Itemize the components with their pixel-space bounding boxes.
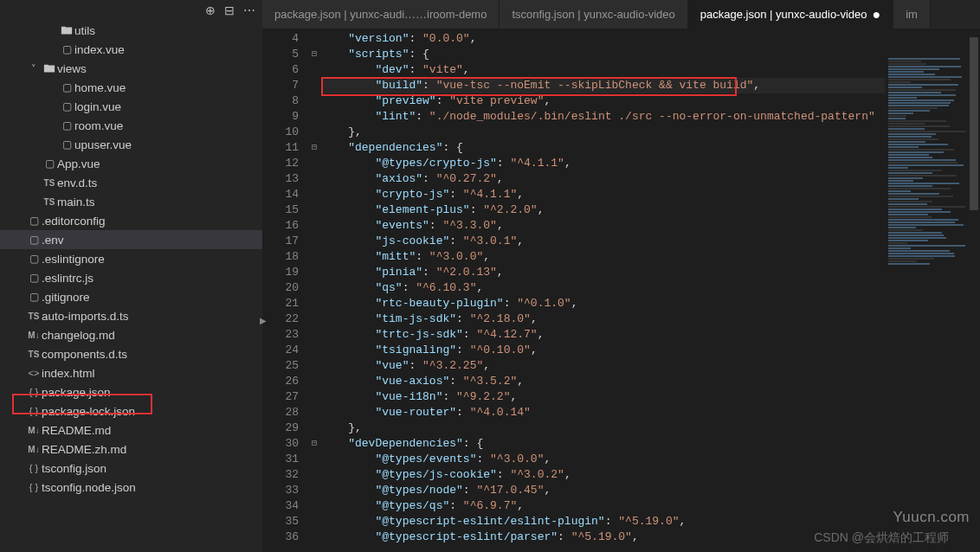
code-line-30[interactable]: "devDependencies": { — [321, 436, 980, 452]
tab-0[interactable]: package.json | yunxc-audi……iroom-demo — [262, 0, 500, 29]
minimap[interactable] — [885, 57, 980, 552]
fold-toggle[interactable] — [307, 358, 321, 374]
code-line-5[interactable]: "scripts": { — [321, 47, 980, 62]
code-line-21[interactable]: "rtc-beauty-plugin": "^0.1.0", — [321, 296, 980, 311]
code-line-31[interactable]: "@types/events": "^3.0.0", — [321, 452, 980, 467]
code-line-29[interactable]: }, — [321, 420, 980, 436]
code-line-19[interactable]: "pinia": "^2.0.13", — [321, 265, 980, 280]
code-editor[interactable]: 4567891011121314151617181920212223242526… — [262, 29, 980, 552]
fold-toggle[interactable] — [307, 420, 321, 436]
tree-item--env[interactable]: ▢.env — [0, 230, 262, 249]
file-explorer[interactable]: ⊕ ⊟ ⋯ utils▢index.vue˅views▢home.vue▢log… — [0, 0, 262, 552]
fold-toggle[interactable] — [307, 483, 321, 498]
tree-item--eslintrc-js[interactable]: ▢.eslintrc.js — [0, 268, 262, 287]
code-line-34[interactable]: "@types/qs": "^6.9.7", — [321, 498, 980, 514]
code-line-10[interactable]: }, — [321, 125, 980, 140]
fold-column[interactable]: ⊟⊟⊟ — [307, 29, 321, 552]
tab-1[interactable]: tsconfig.json | yunxc-audio-video — [500, 0, 687, 29]
fold-toggle[interactable] — [307, 498, 321, 514]
tree-item-readme-zh-md[interactable]: M↓README.zh.md — [0, 440, 262, 459]
tree-item-index-html[interactable]: <>index.html — [0, 363, 262, 382]
tree-item-tsconfig-json[interactable]: { }tsconfig.json — [0, 459, 262, 478]
tree-item-login-vue[interactable]: ▢login.vue — [0, 97, 262, 116]
fold-toggle[interactable] — [307, 374, 321, 389]
fold-toggle[interactable] — [307, 78, 321, 93]
fold-toggle[interactable] — [307, 343, 321, 358]
fold-toggle[interactable] — [307, 405, 321, 420]
code-line-17[interactable]: "js-cookie": "^3.0.1", — [321, 234, 980, 249]
code-line-33[interactable]: "@types/node": "^17.0.45", — [321, 483, 980, 498]
tree-item-utils[interactable]: utils — [0, 21, 262, 40]
fold-toggle[interactable] — [307, 202, 321, 218]
fold-toggle[interactable] — [307, 234, 321, 249]
code-line-14[interactable]: "crypto-js": "^4.1.1", — [321, 187, 980, 202]
tab-2[interactable]: package.json | yunxc-audio-video● — [688, 0, 893, 29]
code-line-32[interactable]: "@types/js-cookie": "^3.0.2", — [321, 467, 980, 483]
fold-toggle[interactable] — [307, 93, 321, 109]
tree-item-index-vue[interactable]: ▢index.vue — [0, 40, 262, 59]
code-line-35[interactable]: "@typescript-eslint/eslint-plugin": "^5.… — [321, 514, 980, 530]
fold-toggle[interactable] — [307, 109, 321, 125]
fold-toggle[interactable] — [307, 31, 321, 47]
fold-toggle[interactable]: ⊟ — [307, 436, 321, 452]
tree-item--gitignore[interactable]: ▢.gitignore — [0, 287, 262, 306]
code-line-23[interactable]: "trtc-js-sdk": "^4.12.7", — [321, 327, 980, 343]
fold-toggle[interactable] — [307, 125, 321, 140]
code-line-16[interactable]: "events": "^3.3.0", — [321, 218, 980, 234]
tree-item-home-vue[interactable]: ▢home.vue — [0, 78, 262, 97]
code-line-22[interactable]: "tim-js-sdk": "^2.18.0", — [321, 311, 980, 327]
code-line-4[interactable]: "version": "0.0.0", — [321, 31, 980, 47]
fold-toggle[interactable] — [307, 311, 321, 327]
scrollbar-vertical[interactable] — [968, 29, 980, 552]
fold-toggle[interactable] — [307, 62, 321, 78]
code-line-36[interactable]: "@typescript-eslint/parser": "^5.19.0", — [321, 530, 980, 545]
fold-toggle[interactable] — [307, 327, 321, 343]
code-line-24[interactable]: "tsignaling": "^0.10.0", — [321, 343, 980, 358]
fold-toggle[interactable] — [307, 187, 321, 202]
code-line-28[interactable]: "vue-router": "^4.0.14" — [321, 405, 980, 420]
tree-item--editorconfig[interactable]: ▢.editorconfig — [0, 211, 262, 230]
tree-item-changelog-md[interactable]: M↓changelog.md — [0, 325, 262, 344]
code-line-15[interactable]: "element-plus": "^2.2.0", — [321, 202, 980, 218]
tree-item-auto-imports-d-ts[interactable]: TSauto-imports.d.ts — [0, 306, 262, 325]
fold-toggle[interactable] — [307, 530, 321, 545]
fold-toggle[interactable] — [307, 389, 321, 405]
collapse-icon[interactable]: ⊟ — [224, 3, 235, 17]
fold-toggle[interactable] — [307, 171, 321, 187]
code-line-11[interactable]: "dependencies": { — [321, 140, 980, 156]
code-line-8[interactable]: "preview": "vite preview", — [321, 93, 980, 109]
fold-toggle[interactable] — [307, 156, 321, 171]
tree-item-components-d-ts[interactable]: TScomponents.d.ts — [0, 344, 262, 363]
tree-item-readme-md[interactable]: M↓README.md — [0, 420, 262, 440]
tree-item-room-vue[interactable]: ▢room.vue — [0, 116, 262, 135]
tree-item--eslintignore[interactable]: ▢.eslintignore — [0, 249, 262, 268]
tree-item-views[interactable]: ˅views — [0, 59, 262, 78]
tab-3[interactable]: im — [893, 0, 931, 29]
new-file-icon[interactable]: ⊕ — [205, 3, 216, 17]
fold-toggle[interactable] — [307, 467, 321, 483]
tree-item-env-d-ts[interactable]: TSenv.d.ts — [0, 173, 262, 192]
tree-item-tsconfig-node-json[interactable]: { }tsconfig.node.json — [0, 478, 262, 497]
code-line-12[interactable]: "@types/crypto-js": "^4.1.1", — [321, 156, 980, 171]
code-line-26[interactable]: "vue-axios": "^3.5.2", — [321, 374, 980, 389]
code-line-25[interactable]: "vue": "^3.2.25", — [321, 358, 980, 374]
more-icon[interactable]: ⋯ — [243, 3, 255, 17]
code-line-18[interactable]: "mitt": "^3.0.0", — [321, 249, 980, 265]
editor-tabs[interactable]: package.json | yunxc-audi……iroom-demotsc… — [262, 0, 980, 29]
code-line-27[interactable]: "vue-i18n": "^9.2.2", — [321, 389, 980, 405]
fold-toggle[interactable] — [307, 296, 321, 311]
tree-item-upuser-vue[interactable]: ▢upuser.vue — [0, 135, 262, 154]
fold-toggle[interactable] — [307, 218, 321, 234]
fold-toggle[interactable] — [307, 280, 321, 296]
tree-item-main-ts[interactable]: TSmain.ts — [0, 192, 262, 211]
code-line-6[interactable]: "dev": "vite", — [321, 62, 980, 78]
code-line-9[interactable]: "lint": "./node_modules/.bin/eslint ./sr… — [321, 109, 980, 125]
code-line-20[interactable]: "qs": "^6.10.3", — [321, 280, 980, 296]
fold-toggle[interactable] — [307, 452, 321, 467]
code-line-13[interactable]: "axios": "^0.27.2", — [321, 171, 980, 187]
fold-toggle[interactable] — [307, 249, 321, 265]
fold-toggle[interactable] — [307, 265, 321, 280]
code-line-7[interactable]: "build": "vue-tsc --noEmit --skipLibChec… — [321, 78, 980, 93]
fold-toggle[interactable]: ⊟ — [307, 47, 321, 62]
fold-toggle[interactable] — [307, 514, 321, 530]
